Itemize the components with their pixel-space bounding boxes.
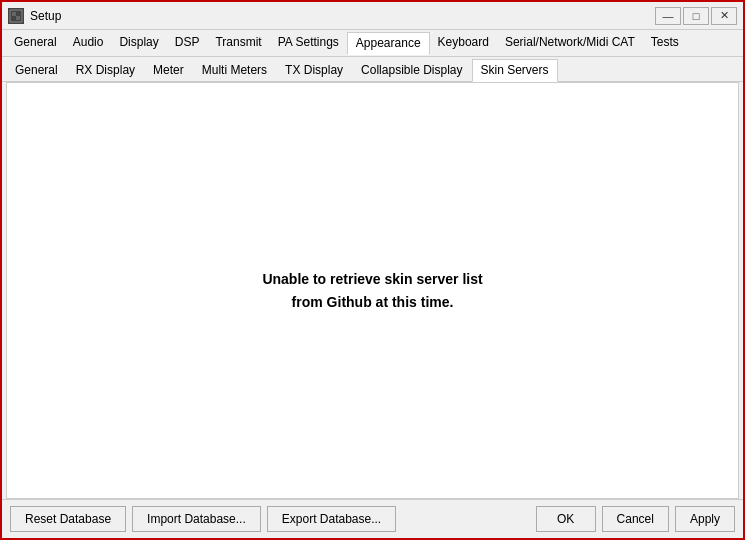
menu-item-transmit[interactable]: Transmit bbox=[207, 32, 269, 54]
menu-bar: GeneralAudioDisplayDSPTransmitPA Setting… bbox=[2, 30, 743, 57]
svg-rect-2 bbox=[16, 16, 20, 20]
subtab-meter[interactable]: Meter bbox=[144, 59, 193, 81]
content-area: Unable to retrieve skin server list from… bbox=[6, 82, 739, 499]
subtab-general[interactable]: General bbox=[6, 59, 67, 81]
export-database-button[interactable]: Export Database... bbox=[267, 506, 396, 532]
menu-item-keyboard[interactable]: Keyboard bbox=[430, 32, 497, 54]
sub-tab-bar: GeneralRX DisplayMeterMulti MetersTX Dis… bbox=[2, 57, 743, 82]
app-icon bbox=[8, 8, 24, 24]
svg-rect-1 bbox=[12, 12, 16, 16]
bottom-left-buttons: Reset Database Import Database... Export… bbox=[10, 506, 396, 532]
title-bar-controls: — □ ✕ bbox=[655, 7, 737, 25]
bottom-right-buttons: OK Cancel Apply bbox=[536, 506, 735, 532]
menu-item-serial-network-midi-cat[interactable]: Serial/Network/Midi CAT bbox=[497, 32, 643, 54]
menu-item-dsp[interactable]: DSP bbox=[167, 32, 208, 54]
error-line1: Unable to retrieve skin server list bbox=[262, 268, 482, 290]
title-bar: Setup — □ ✕ bbox=[2, 2, 743, 30]
error-message: Unable to retrieve skin server list from… bbox=[262, 268, 482, 313]
menu-item-pa-settings[interactable]: PA Settings bbox=[270, 32, 347, 54]
subtab-rx-display[interactable]: RX Display bbox=[67, 59, 144, 81]
reset-database-button[interactable]: Reset Database bbox=[10, 506, 126, 532]
menu-item-tests[interactable]: Tests bbox=[643, 32, 687, 54]
subtab-tx-display[interactable]: TX Display bbox=[276, 59, 352, 81]
apply-button[interactable]: Apply bbox=[675, 506, 735, 532]
title-bar-left: Setup bbox=[8, 8, 61, 24]
menu-item-display[interactable]: Display bbox=[111, 32, 166, 54]
cancel-button[interactable]: Cancel bbox=[602, 506, 669, 532]
error-line2: from Github at this time. bbox=[262, 291, 482, 313]
minimize-button[interactable]: — bbox=[655, 7, 681, 25]
subtab-skin-servers[interactable]: Skin Servers bbox=[472, 59, 558, 82]
maximize-button[interactable]: □ bbox=[683, 7, 709, 25]
import-database-button[interactable]: Import Database... bbox=[132, 506, 261, 532]
window-title: Setup bbox=[30, 9, 61, 23]
subtab-multi-meters[interactable]: Multi Meters bbox=[193, 59, 276, 81]
bottom-bar: Reset Database Import Database... Export… bbox=[2, 499, 743, 538]
menu-item-appearance[interactable]: Appearance bbox=[347, 32, 430, 55]
menu-item-general[interactable]: General bbox=[6, 32, 65, 54]
setup-window: Setup — □ ✕ GeneralAudioDisplayDSPTransm… bbox=[0, 0, 745, 540]
menu-item-audio[interactable]: Audio bbox=[65, 32, 112, 54]
ok-button[interactable]: OK bbox=[536, 506, 596, 532]
subtab-collapsible-display[interactable]: Collapsible Display bbox=[352, 59, 471, 81]
close-button[interactable]: ✕ bbox=[711, 7, 737, 25]
